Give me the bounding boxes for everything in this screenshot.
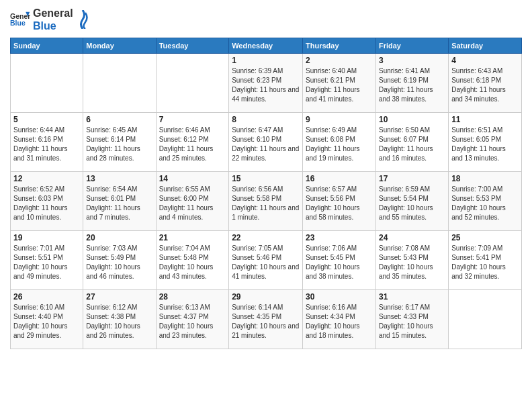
calendar-cell: 10Sunrise: 6:50 AM Sunset: 6:07 PM Dayli…	[375, 113, 448, 172]
calendar-cell: 18Sunrise: 7:00 AM Sunset: 5:53 PM Dayli…	[449, 172, 522, 231]
day-info: Sunrise: 6:57 AM Sunset: 5:56 PM Dayligh…	[306, 185, 373, 222]
day-number: 20	[86, 233, 152, 242]
day-number: 18	[451, 174, 519, 183]
calendar-cell: 26Sunrise: 6:10 AM Sunset: 4:40 PM Dayli…	[11, 290, 83, 349]
weekday-header-tuesday: Tuesday	[156, 38, 229, 54]
day-number: 11	[451, 115, 519, 124]
day-info: Sunrise: 6:13 AM Sunset: 4:37 PM Dayligh…	[159, 303, 226, 340]
day-info: Sunrise: 6:54 AM Sunset: 6:01 PM Dayligh…	[86, 185, 152, 222]
day-number: 15	[232, 174, 300, 183]
weekday-header-thursday: Thursday	[303, 38, 376, 54]
day-info: Sunrise: 6:47 AM Sunset: 6:10 PM Dayligh…	[232, 126, 300, 163]
day-number: 12	[13, 174, 80, 183]
day-info: Sunrise: 6:41 AM Sunset: 6:19 PM Dayligh…	[379, 66, 445, 104]
calendar-cell: 29Sunrise: 6:14 AM Sunset: 4:35 PM Dayli…	[229, 290, 303, 349]
day-info: Sunrise: 6:39 AM Sunset: 6:23 PM Dayligh…	[232, 66, 300, 104]
day-info: Sunrise: 6:59 AM Sunset: 5:54 PM Dayligh…	[379, 185, 445, 222]
day-number: 24	[379, 233, 445, 242]
calendar-cell: 1Sunrise: 6:39 AM Sunset: 6:23 PM Daylig…	[229, 54, 303, 113]
calendar-cell: 30Sunrise: 6:16 AM Sunset: 4:34 PM Dayli…	[303, 290, 376, 349]
day-info: Sunrise: 7:09 AM Sunset: 5:41 PM Dayligh…	[451, 244, 519, 281]
calendar-table: SundayMondayTuesdayWednesdayThursdayFrid…	[10, 38, 522, 349]
week-row-4: 19Sunrise: 7:01 AM Sunset: 5:51 PM Dayli…	[11, 231, 522, 290]
calendar-cell: 13Sunrise: 6:54 AM Sunset: 6:01 PM Dayli…	[83, 172, 156, 231]
day-number: 2	[306, 56, 373, 65]
day-info: Sunrise: 6:50 AM Sunset: 6:07 PM Dayligh…	[379, 126, 445, 163]
logo-icon: General Blue	[10, 9, 30, 30]
calendar-cell: 4Sunrise: 6:43 AM Sunset: 6:18 PM Daylig…	[449, 54, 522, 113]
day-info: Sunrise: 6:44 AM Sunset: 6:16 PM Dayligh…	[13, 126, 80, 163]
day-number: 14	[159, 174, 226, 183]
day-number: 19	[13, 233, 80, 242]
calendar-cell: 21Sunrise: 7:04 AM Sunset: 5:48 PM Dayli…	[156, 231, 229, 290]
day-number: 7	[159, 115, 226, 124]
logo-general: General	[33, 7, 73, 19]
calendar-cell: 15Sunrise: 6:56 AM Sunset: 5:58 PM Dayli…	[229, 172, 303, 231]
day-number: 3	[379, 56, 445, 65]
calendar-cell: 17Sunrise: 6:59 AM Sunset: 5:54 PM Dayli…	[375, 172, 448, 231]
week-row-3: 12Sunrise: 6:52 AM Sunset: 6:03 PM Dayli…	[11, 172, 522, 231]
weekday-header-friday: Friday	[375, 38, 448, 54]
calendar-cell: 12Sunrise: 6:52 AM Sunset: 6:03 PM Dayli…	[11, 172, 83, 231]
weekday-header-monday: Monday	[83, 38, 156, 54]
weekday-header-wednesday: Wednesday	[229, 38, 303, 54]
day-info: Sunrise: 7:04 AM Sunset: 5:48 PM Dayligh…	[159, 244, 226, 281]
day-number: 31	[379, 292, 445, 302]
day-info: Sunrise: 7:06 AM Sunset: 5:45 PM Dayligh…	[306, 244, 373, 281]
day-info: Sunrise: 7:00 AM Sunset: 5:53 PM Dayligh…	[451, 185, 519, 222]
day-info: Sunrise: 6:52 AM Sunset: 6:03 PM Dayligh…	[13, 185, 80, 222]
calendar-cell: 16Sunrise: 6:57 AM Sunset: 5:56 PM Dayli…	[303, 172, 376, 231]
day-number: 10	[379, 115, 445, 124]
logo-blue: Blue	[33, 19, 73, 32]
calendar-cell: 28Sunrise: 6:13 AM Sunset: 4:37 PM Dayli…	[156, 290, 229, 349]
calendar-cell: 31Sunrise: 6:17 AM Sunset: 4:33 PM Dayli…	[375, 290, 448, 349]
logo-wave-icon	[76, 10, 89, 29]
day-number: 17	[379, 174, 445, 183]
day-number: 28	[159, 292, 226, 302]
calendar-cell: 7Sunrise: 6:46 AM Sunset: 6:12 PM Daylig…	[156, 113, 229, 172]
day-info: Sunrise: 6:40 AM Sunset: 6:21 PM Dayligh…	[306, 66, 373, 104]
day-number: 22	[232, 233, 300, 242]
day-number: 8	[232, 115, 300, 124]
calendar-cell: 8Sunrise: 6:47 AM Sunset: 6:10 PM Daylig…	[229, 113, 303, 172]
week-row-1: 1Sunrise: 6:39 AM Sunset: 6:23 PM Daylig…	[11, 54, 522, 113]
day-number: 6	[86, 115, 152, 124]
calendar-cell: 25Sunrise: 7:09 AM Sunset: 5:41 PM Dayli…	[449, 231, 522, 290]
day-info: Sunrise: 6:16 AM Sunset: 4:34 PM Dayligh…	[306, 303, 373, 340]
day-number: 1	[232, 56, 300, 65]
day-number: 21	[159, 233, 226, 242]
day-number: 5	[13, 115, 80, 124]
day-number: 13	[86, 174, 152, 183]
day-info: Sunrise: 6:49 AM Sunset: 6:08 PM Dayligh…	[306, 126, 373, 163]
calendar-cell: 5Sunrise: 6:44 AM Sunset: 6:16 PM Daylig…	[11, 113, 83, 172]
calendar-cell: 6Sunrise: 6:45 AM Sunset: 6:14 PM Daylig…	[83, 113, 156, 172]
weekday-header-sunday: Sunday	[11, 38, 83, 54]
calendar-cell: 3Sunrise: 6:41 AM Sunset: 6:19 PM Daylig…	[375, 54, 448, 113]
page: General Blue General Blue SundayMondayTu…	[0, 0, 532, 411]
day-info: Sunrise: 7:08 AM Sunset: 5:43 PM Dayligh…	[379, 244, 445, 281]
calendar-cell: 23Sunrise: 7:06 AM Sunset: 5:45 PM Dayli…	[303, 231, 376, 290]
weekday-header-saturday: Saturday	[449, 38, 522, 54]
day-info: Sunrise: 6:12 AM Sunset: 4:38 PM Dayligh…	[86, 303, 152, 340]
day-number: 23	[306, 233, 373, 242]
day-number: 4	[451, 56, 519, 65]
header: General Blue General Blue	[10, 7, 522, 32]
calendar-cell: 11Sunrise: 6:51 AM Sunset: 6:05 PM Dayli…	[449, 113, 522, 172]
day-number: 9	[306, 115, 373, 124]
calendar-cell: 20Sunrise: 7:03 AM Sunset: 5:49 PM Dayli…	[83, 231, 156, 290]
calendar-cell: 24Sunrise: 7:08 AM Sunset: 5:43 PM Dayli…	[375, 231, 448, 290]
day-number: 16	[306, 174, 373, 183]
calendar-cell: 27Sunrise: 6:12 AM Sunset: 4:38 PM Dayli…	[83, 290, 156, 349]
calendar-cell: 22Sunrise: 7:05 AM Sunset: 5:46 PM Dayli…	[229, 231, 303, 290]
day-number: 27	[86, 292, 152, 302]
day-info: Sunrise: 7:05 AM Sunset: 5:46 PM Dayligh…	[232, 244, 300, 281]
day-info: Sunrise: 6:55 AM Sunset: 6:00 PM Dayligh…	[159, 185, 226, 222]
logo: General Blue General Blue	[10, 7, 89, 32]
day-info: Sunrise: 6:56 AM Sunset: 5:58 PM Dayligh…	[232, 185, 300, 222]
day-info: Sunrise: 6:43 AM Sunset: 6:18 PM Dayligh…	[451, 66, 519, 104]
day-info: Sunrise: 7:01 AM Sunset: 5:51 PM Dayligh…	[13, 244, 80, 281]
day-info: Sunrise: 6:10 AM Sunset: 4:40 PM Dayligh…	[13, 303, 80, 340]
calendar-cell	[449, 290, 522, 349]
calendar-cell: 14Sunrise: 6:55 AM Sunset: 6:00 PM Dayli…	[156, 172, 229, 231]
day-info: Sunrise: 7:03 AM Sunset: 5:49 PM Dayligh…	[86, 244, 152, 281]
